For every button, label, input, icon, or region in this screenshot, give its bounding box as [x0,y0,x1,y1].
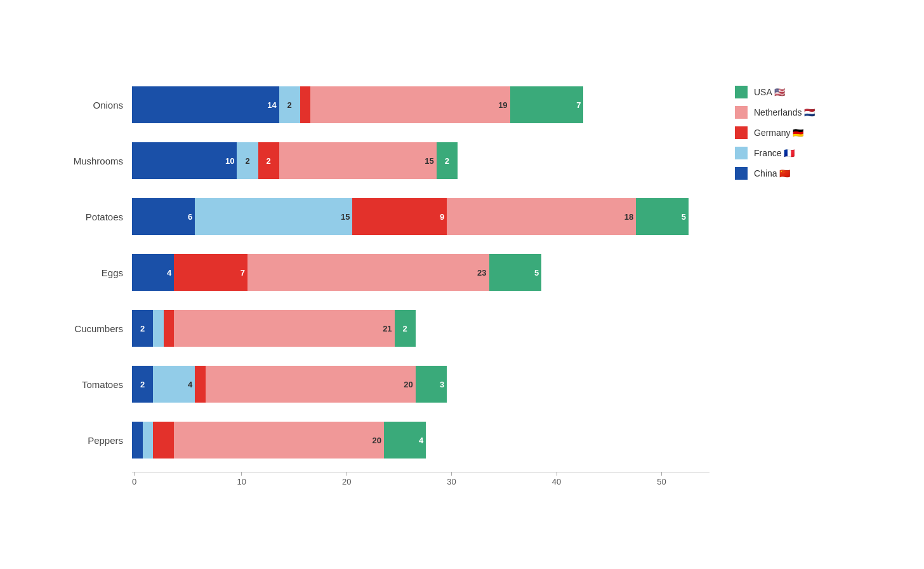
x-tick-label: 40 [552,477,561,486]
legend-item-china: China 🇨🇳 [735,167,862,180]
chart-container: Onions142197Mushrooms1022152Potatoes6159… [50,60,874,509]
bar-segment-netherlands: 21 [174,310,394,347]
bar-segment-france: 4 [153,366,195,403]
bar-segment-usa: 7 [510,86,584,123]
legend-color-usa [735,86,748,98]
bar-segment-germany [195,366,206,403]
bars-section: Onions142197Mushrooms1022152Potatoes6159… [62,79,710,471]
bar-row: Cucumbers2212 [62,303,710,354]
bar-segment-germany: 2 [258,142,279,179]
legend-label-france: France 🇫🇷 [754,148,795,158]
x-tick: 50 [657,472,666,486]
bar-row: Peppers204 [62,415,710,465]
bar-row: Tomatoes24203 [62,359,710,410]
x-tick: 30 [447,472,456,486]
legend-color-china [735,167,748,180]
x-tick: 40 [552,472,561,486]
bar-segment-usa: 4 [384,422,426,459]
bar-track: 24203 [132,366,710,403]
bar-segment-usa: 5 [636,198,689,235]
bar-segment-netherlands: 18 [447,198,636,235]
x-tick-label: 0 [132,477,136,486]
bar-label: Tomatoes [62,379,132,390]
bar-label: Onions [62,100,132,110]
x-tick-label: 50 [657,477,666,486]
bar-segment-france: 2 [237,142,258,179]
bar-track: 142197 [132,86,710,123]
bar-segment-france: 2 [279,86,300,123]
chart-area: Onions142197Mushrooms1022152Potatoes6159… [62,79,710,490]
x-tick: 0 [132,472,136,486]
x-tick: 10 [237,472,246,486]
legend-label-usa: USA 🇺🇸 [754,87,785,97]
legend: USA 🇺🇸Netherlands 🇳🇱Germany 🇩🇪France 🇫🇷C… [735,86,862,180]
bar-segment-china: 6 [132,198,195,235]
bar-segment-china [132,422,143,459]
legend-color-france [735,147,748,159]
bar-segment-germany [153,422,174,459]
legend-item-usa: USA 🇺🇸 [735,86,862,98]
bar-segment-usa: 2 [395,310,416,347]
bar-segment-germany: 9 [352,198,447,235]
bar-label: Mushrooms [62,156,132,166]
x-tick: 20 [342,472,351,486]
x-axis: 01020304050 [132,472,710,490]
legend-label-germany: Germany 🇩🇪 [754,128,803,138]
x-tick-label: 20 [342,477,351,486]
bar-segment-usa: 2 [437,142,458,179]
bar-segment-usa: 5 [489,254,542,291]
legend-item-germany: Germany 🇩🇪 [735,126,862,139]
bar-label: Potatoes [62,211,132,222]
bar-segment-netherlands: 15 [279,142,437,179]
bar-label: Peppers [62,435,132,446]
x-tick-label: 30 [447,477,456,486]
bar-segment-germany: 7 [174,254,248,291]
bar-track: 47235 [132,254,710,291]
bar-label: Cucumbers [62,323,132,334]
bar-segment-netherlands: 20 [206,366,416,403]
bar-row: Eggs47235 [62,247,710,298]
bar-row: Mushrooms1022152 [62,135,710,186]
bar-row: Potatoes6159185 [62,191,710,242]
x-tick-label: 10 [237,477,246,486]
bar-segment-netherlands: 20 [174,422,384,459]
bar-label: Eggs [62,267,132,278]
legend-item-france: France 🇫🇷 [735,147,862,159]
bar-segment-china: 14 [132,86,279,123]
bar-segment-china: 2 [132,366,153,403]
bar-segment-netherlands: 23 [248,254,489,291]
bar-segment-netherlands: 19 [310,86,510,123]
legend-color-germany [735,126,748,139]
bar-segment-china: 4 [132,254,174,291]
legend-color-netherlands [735,106,748,119]
legend-label-china: China 🇨🇳 [754,168,790,178]
legend-label-netherlands: Netherlands 🇳🇱 [754,107,815,117]
bar-segment-france: 15 [195,198,352,235]
bar-segment-china: 2 [132,310,153,347]
bar-segment-france [153,310,164,347]
bar-track: 1022152 [132,142,710,179]
bar-segment-germany [300,86,311,123]
legend-item-netherlands: Netherlands 🇳🇱 [735,106,862,119]
bar-track: 204 [132,422,710,459]
bar-segment-france [143,422,154,459]
bar-segment-germany [164,310,175,347]
bar-segment-usa: 3 [416,366,447,403]
bar-track: 2212 [132,310,710,347]
bar-segment-china: 10 [132,142,237,179]
bar-track: 6159185 [132,198,710,235]
bar-row: Onions142197 [62,79,710,130]
